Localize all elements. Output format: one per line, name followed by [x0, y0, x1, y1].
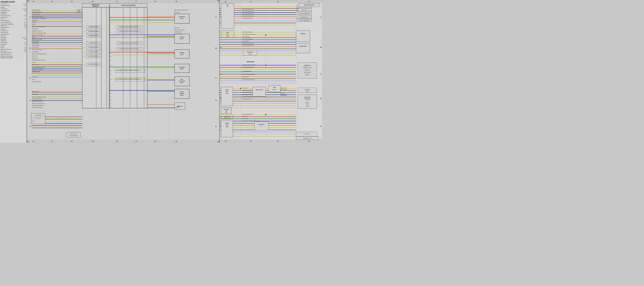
svg-text:RELEASE: RELEASE: [305, 102, 310, 103]
svg-text:FUSE BLOCK PIN #48: FUSE BLOCK PIN #48: [242, 98, 252, 99]
svg-text:DEFOGGER: DEFOGGER: [179, 67, 185, 68]
component-item: CIRCUIT BREAKER: [0, 20, 26, 22]
svg-text:A/T: A/T: [227, 4, 228, 5]
svg-text:GRID: GRID: [177, 106, 179, 107]
svg-text:[FUS LINK HOLDER]: [FUS LINK HOLDER]: [32, 81, 41, 82]
svg-text:Revolution SENs: Revolution SENs: [242, 36, 250, 37]
svg-text:RELAY: RELAY: [180, 95, 184, 96]
svg-text:FUSE F (RELAY BOX): FUSE F (RELAY BOX): [242, 92, 252, 93]
svg-text:ACTUATOR: ACTUATOR: [305, 98, 310, 99]
svg-rect-1: [29, 0, 217, 3]
svg-text:22: 22: [110, 79, 112, 80]
svg-rect-363: [220, 140, 322, 142]
component-item: ACCESSORY RELAYA-19: [0, 10, 26, 12]
svg-text:E: E: [216, 126, 216, 127]
svg-text:FUSE BLOCK (PARTIAL): FUSE BLOCK (PARTIAL): [121, 5, 136, 6]
svg-text:12: 12: [115, 48, 116, 49]
svg-text:INHIBITOR: INHIBITOR: [300, 33, 305, 34]
svg-text:INST CLSTR: INST CLSTR: [32, 55, 38, 56]
svg-text:CANCEL SW: CANCEL SW: [305, 69, 310, 70]
component-item: IGNITION RELAYA 2: [0, 42, 26, 44]
svg-rect-392: [221, 3, 234, 28]
component-item: A/T CTRL UNITA-C 20: [0, 8, 26, 10]
svg-text:13: 13: [110, 49, 112, 50]
svg-text:22: 22: [141, 79, 142, 80]
svg-text:E: E: [30, 126, 31, 127]
svg-text:DETECTION SW (INS/T): DETECTION SW (INS/T): [242, 96, 253, 97]
svg-point-542: [240, 88, 241, 89]
svg-text:FUSE G (RELAY BOX): FUSE G (RELAY BOX): [32, 99, 42, 100]
svg-text:RADIO: RADIO: [32, 37, 35, 38]
svg-text:8: 8: [115, 31, 116, 32]
svg-rect-17: [29, 140, 217, 143]
svg-text:12: 12: [84, 47, 85, 48]
svg-text:POWER SEAT SYSTEM: POWER SEAT SYSTEM: [32, 69, 43, 70]
svg-text:14: 14: [71, 141, 72, 142]
svg-text:HAST CLSTR (D/S-OFF IND): HAST CLSTR (D/S-OFF IND): [242, 79, 255, 80]
component-item: FUSE BLOCKA-E 13-18: [0, 37, 26, 39]
svg-text:WINDER RLY (A/T): WINDER RLY (A/T): [303, 138, 312, 139]
svg-text:CLOCK: CLOCK: [32, 24, 35, 25]
svg-text:16: 16: [110, 60, 112, 61]
svg-text:SET/COAST SW: SET/COAST SW: [304, 72, 311, 73]
rot-used-label: RoT UsED: [246, 61, 254, 63]
svg-text:UNIT: UNIT: [226, 93, 228, 94]
svg-text:TAPE CTRL UNIT: TAPE CTRL UNIT: [32, 45, 40, 46]
svg-text:REAR WASHER MOTOR: REAR WASHER MOTOR: [32, 101, 43, 102]
svg-text:11: 11: [115, 43, 116, 44]
svg-text:INST CLSTR (SPEEDO): INST CLSTR (SPEEDO): [242, 114, 253, 115]
svg-text:HAZARD SW: HAZARD SW: [32, 28, 38, 29]
svg-text:CTRL: CTRL: [226, 91, 228, 92]
svg-text:RELAY: RELAY: [180, 38, 184, 39]
component-item: ALTERNATOR: [0, 12, 26, 13]
svg-text:MOTOR: MOTOR: [306, 106, 309, 107]
component-item: DOOR LOCK LTS: [0, 30, 26, 32]
svg-text:IGNITION SW: IGNITION SW: [35, 115, 42, 116]
svg-text:ECCS CTRL UNIT PIN #45: ECCS CTRL UNIT PIN #45: [242, 13, 254, 14]
component-item: ACCESSORY RELAYA-19: [0, 5, 26, 6]
svg-text:7A: 7A: [99, 56, 100, 57]
svg-text:12: 12: [110, 46, 112, 47]
svg-text:A: A: [30, 16, 31, 18]
svg-text:15A: 15A: [99, 47, 101, 48]
svg-text:9: 9: [84, 35, 84, 36]
component-item: FRONT LTS: [0, 35, 26, 37]
svg-text:PIN #40: PIN #40: [248, 54, 252, 55]
svg-text:HICAS CTRL UNIT ON PIS CTRL UN: HICAS CTRL UNIT ON PIS CTRL UNIT: [242, 120, 259, 121]
svg-rect-355: [220, 0, 322, 3]
svg-text:AUDIO: AUDIO: [32, 79, 35, 80]
component-item: CRUISE CTRLC 38: [0, 25, 26, 27]
svg-rect-45: [82, 7, 109, 108]
svg-text:13: 13: [51, 141, 52, 142]
svg-text:8: 8: [84, 31, 84, 32]
svg-text:34: 34: [110, 103, 112, 104]
svg-text:CRUISE CTRL: CRUISE CTRL: [224, 116, 230, 117]
svg-text:ECCS CTRL UNIT PIN 7 PIN #7: ECCS CTRL UNIT PIN 7 PIN #7: [242, 34, 256, 35]
svg-text:GRN FUS LINK: GRN FUS LINK: [70, 133, 77, 134]
center-wiring-panel: 12 13 14 15 16 17 18 19 12 13 14 15 16 1…: [27, 0, 219, 143]
svg-text:DROPPING RESISTOR: DROPPING RESISTOR: [304, 4, 314, 5]
svg-text:FUSE BLOCK: FUSE BLOCK: [247, 52, 253, 53]
svg-text:RELAY: RELAY: [273, 89, 276, 90]
svg-text:7A: 7A: [140, 27, 141, 28]
svg-text:OPENER: OPENER: [180, 93, 184, 94]
component-item: ADAPTER: [0, 6, 26, 8]
svg-text:7: 7: [115, 27, 116, 28]
svg-text:21: 21: [250, 140, 252, 142]
svg-text:15: 15: [110, 56, 112, 57]
svg-text:FUSE BLOCK: FUSE BLOCK: [242, 118, 248, 119]
svg-text:7: 7: [84, 27, 84, 28]
svg-text:REAR DEFOGGER SW: REAR DEFOGGER SW: [32, 12, 42, 13]
svg-rect-485: [252, 87, 266, 97]
svg-text:A/C IGR RELAY: A/C IGR RELAY: [32, 43, 39, 44]
svg-text:15: 15: [92, 1, 94, 2]
svg-text:LINE PRESS SOL: LINE PRESS SOL: [300, 17, 308, 18]
svg-text:[FUS LINK HOLDER]: [FUS LINK HOLDER]: [70, 135, 78, 136]
svg-text:2: 2: [110, 22, 111, 23]
svg-text:17: 17: [136, 141, 137, 142]
component-item: CIG LTRC 12: [0, 18, 26, 20]
svg-text:FUSE BLOCK PIN 45A: FUSE BLOCK PIN 45A: [242, 31, 252, 32]
svg-text:4: 4: [110, 32, 111, 33]
svg-text:D/D KICKDOWN SW: D/D KICKDOWN SW: [242, 71, 252, 72]
component-item: WIPER/WASHER SYSTEMS: [0, 57, 26, 59]
